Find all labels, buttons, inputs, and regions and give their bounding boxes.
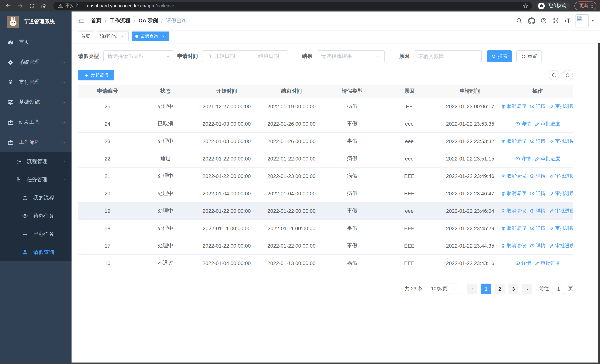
leave-type-select[interactable]: 请选择请假类型	[103, 50, 174, 62]
progress-link[interactable]: 审批进度	[535, 155, 560, 162]
detail-link[interactable]: 详情	[530, 138, 545, 145]
cancel-leave-link[interactable]: 取消请假	[502, 103, 526, 110]
cancel-leave-link[interactable]: 取消请假	[502, 138, 526, 145]
progress-link[interactable]: 审批进度	[549, 173, 573, 179]
progress-link[interactable]: 审批进度	[535, 260, 560, 267]
detail-link[interactable]: 详情	[515, 121, 531, 127]
leave-table: 申请编号 状态 开始时间 结束时间 请假类型 原因 申请时间 操作 25处理中2…	[78, 84, 573, 272]
avatar-caret-icon[interactable]: ▼	[591, 19, 594, 23]
table-cell: EE	[381, 103, 438, 109]
table-cell: 2022-01-04 00:00:00	[259, 191, 324, 196]
delete-icon	[502, 226, 506, 231]
table-cell: 病假	[324, 173, 381, 179]
page-button-1[interactable]: 1	[481, 284, 491, 294]
sidebar-collapse-icon[interactable]	[78, 17, 85, 24]
breadcrumb: 首页 / 工作流程 / OA 示例 / 请假查询	[91, 18, 187, 24]
cancel-leave-link[interactable]: 取消请假	[502, 243, 526, 249]
reason-input[interactable]	[414, 50, 482, 62]
detail-link[interactable]: 详情	[530, 208, 545, 214]
sidebar-item-devtools[interactable]: 研发工具	[0, 112, 72, 132]
bookmark-star-icon[interactable]	[523, 3, 528, 9]
app-logo-row[interactable]: 芋道管理系统	[0, 11, 72, 32]
progress-link[interactable]: 审批进度	[549, 225, 573, 232]
tab-process-detail[interactable]: 流程详情 ×	[97, 31, 129, 41]
security-warning-icon[interactable]	[58, 3, 63, 8]
close-icon[interactable]: ×	[161, 34, 166, 39]
cancel-leave-link[interactable]: 取消请假	[502, 225, 526, 232]
browser-update-button[interactable]: 更新	[574, 1, 596, 10]
progress-link[interactable]: 审批进度	[549, 138, 573, 145]
sidebar-item-home[interactable]: 首页	[0, 32, 72, 52]
sidebar-item-task-management[interactable]: 任务管理	[0, 170, 72, 189]
sidebar-item-system[interactable]: 系统管理	[0, 52, 72, 72]
fullscreen-icon[interactable]	[552, 17, 560, 24]
detail-link[interactable]: 详情	[530, 225, 545, 232]
detail-link[interactable]: 详情	[530, 173, 545, 179]
sidebar-item-payment[interactable]: ¥ 支付管理	[0, 72, 72, 92]
sidebar-item-process-management[interactable]: 流程管理	[0, 152, 72, 170]
reset-button[interactable]: 重置	[516, 50, 542, 62]
sidebar-item-my-processes[interactable]: 我的流程	[0, 189, 72, 207]
page-button-3[interactable]: 3	[508, 284, 518, 294]
apply-time-range-picker[interactable]: 开始日期 - 结束日期	[202, 50, 288, 62]
cancel-leave-link[interactable]: 取消请假	[502, 190, 526, 197]
address-bar[interactable]: 不安全 dashboard.yudao.iocoder.cn/bpm/oa/le…	[53, 2, 532, 10]
detail-link[interactable]: 详情	[515, 155, 531, 162]
result-select[interactable]: 请选择流结果	[317, 50, 385, 62]
breadcrumb-current: 请假查询	[166, 18, 187, 24]
progress-link[interactable]: 审批进度	[549, 243, 573, 249]
progress-link[interactable]: 审批进度	[549, 103, 573, 110]
date-start-placeholder: 开始日期	[214, 53, 235, 60]
prev-page-button[interactable]: ‹	[467, 284, 477, 294]
progress-link[interactable]: 审批进度	[535, 121, 560, 127]
page-button-2[interactable]: 2	[495, 284, 505, 294]
detail-link[interactable]: 详情	[515, 260, 531, 267]
table-cell: 2022-01-22 23:53:35	[438, 121, 502, 127]
tab-leave-query[interactable]: 请假查询 ×	[132, 31, 169, 41]
tab-home[interactable]: 首页	[78, 31, 94, 41]
browser-forward-icon[interactable]	[16, 2, 24, 9]
browser-home-icon[interactable]	[40, 2, 47, 9]
sidebar-item-infrastructure[interactable]: 基础设施	[0, 92, 72, 112]
col-header-id: 申请编号	[78, 88, 137, 94]
detail-link[interactable]: 详情	[530, 243, 545, 249]
header-search-icon[interactable]	[516, 17, 523, 24]
table-row: 21处理中2022-01-22 00:00:002022-01-23 00:00…	[78, 168, 573, 185]
avatar[interactable]	[576, 14, 589, 27]
cancel-leave-link[interactable]: 取消请假	[502, 208, 526, 214]
create-leave-button[interactable]: ＋ 发起请假	[78, 70, 114, 80]
page-size-select[interactable]: 10条/页	[428, 284, 460, 294]
font-size-icon[interactable]: TT	[564, 17, 570, 24]
breadcrumb-home[interactable]: 首页	[91, 18, 102, 24]
hide-search-icon-button[interactable]	[549, 70, 559, 80]
row-actions: 取消请假详情审批进度	[502, 243, 573, 249]
progress-link[interactable]: 审批进度	[549, 208, 573, 214]
breadcrumb-workflow[interactable]: 工作流程	[110, 18, 131, 24]
cancel-leave-link[interactable]: 取消请假	[502, 173, 526, 179]
help-icon[interactable]	[540, 17, 547, 24]
progress-link[interactable]: 审批进度	[549, 190, 573, 197]
sidebar-item-todo-tasks[interactable]: 待办任务	[0, 207, 72, 225]
sidebar-item-leave-query[interactable]: 请假查询	[0, 243, 72, 261]
view-icon	[530, 104, 535, 109]
goto-page-input[interactable]	[552, 284, 565, 294]
search-button[interactable]: 搜索	[487, 50, 512, 62]
detail-link[interactable]: 详情	[530, 190, 545, 197]
sidebar-item-done-tasks[interactable]: 已办任务	[0, 225, 72, 243]
next-page-button[interactable]: ›	[522, 284, 532, 294]
update-label[interactable]: 更新	[579, 3, 589, 9]
table-cell: 病假	[324, 155, 381, 162]
github-icon[interactable]	[528, 17, 535, 24]
browser-back-icon[interactable]	[4, 2, 12, 9]
close-icon[interactable]: ×	[121, 34, 125, 39]
breadcrumb-oa-example[interactable]: OA 示例	[139, 18, 158, 24]
browser-reload-icon[interactable]	[28, 2, 36, 9]
detail-link[interactable]: 详情	[530, 103, 545, 110]
table-cell: 25	[78, 103, 137, 109]
security-label[interactable]: 不安全	[65, 3, 79, 9]
view-icon	[530, 226, 535, 231]
refresh-table-button[interactable]	[562, 70, 573, 80]
browser-menu-icon[interactable]	[591, 3, 593, 8]
table-cell: 不通过	[137, 260, 194, 267]
sidebar-item-workflow[interactable]: 工作流程	[0, 132, 72, 152]
